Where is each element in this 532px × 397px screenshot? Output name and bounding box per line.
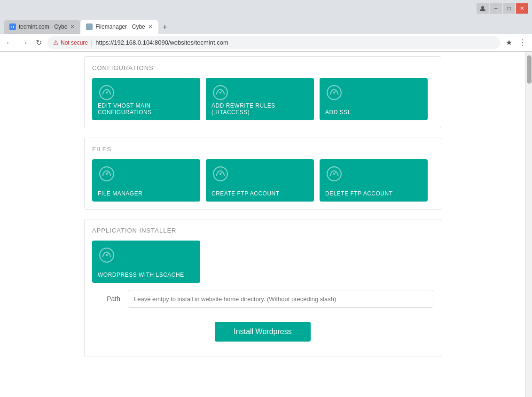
address-url: https://192.168.0.104:8090/websites/tecm… [95,39,228,46]
file-manager-label: FILE MANAGER [98,190,195,197]
file-manager-icon [99,166,115,184]
address-right: ★ ⋮ [504,36,528,49]
scrollbar-thumb[interactable] [527,55,532,84]
svg-line-6 [220,91,222,93]
path-input[interactable] [128,290,433,308]
tabs-bar: U tecmint.com - Cybe ✕ Filemanager - Cyb… [0,17,532,34]
address-field[interactable]: ⚠ Not secure | https://192.168.0.104:809… [47,36,500,49]
install-row: Install Wordpress [92,314,433,349]
tab-1[interactable]: U tecmint.com - Cybe ✕ [4,20,80,34]
create-ftp-card[interactable]: CREATE FTP ACCOUNT [206,159,314,202]
back-button[interactable]: ← [4,37,15,49]
bookmark-button[interactable]: ★ [504,36,514,49]
reload-button[interactable]: ↻ [34,36,44,49]
wordpress-lscache-card[interactable]: WORDPRESS WITH LSCACHE [92,241,200,283]
files-section: FILES FILE MANAGER [84,138,441,210]
page-content: CONFIGURATIONS EDIT VHOST MAIN CONFIGURA… [0,52,525,397]
app-installer-title: APPLICATION INSTALLER [92,227,433,234]
main-content: CONFIGURATIONS EDIT VHOST MAIN CONFIGURA… [75,52,451,376]
add-ssl-label: ADD SSL [325,109,422,116]
path-row: Path [92,283,433,314]
files-title: FILES [92,146,433,153]
add-ssl-card[interactable]: ADD SSL [320,78,428,120]
configurations-section: CONFIGURATIONS EDIT VHOST MAIN CONFIGURA… [84,56,441,128]
add-ssl-icon [326,85,342,102]
edit-vhost-card[interactable]: EDIT VHOST MAIN CONFIGURATIONS [92,78,200,120]
window-controls[interactable]: – □ ✕ [477,3,528,14]
svg-line-12 [107,172,109,174]
app-installer-cards: WORDPRESS WITH LSCACHE [92,241,433,283]
add-rewrite-icon [212,85,228,102]
svg-line-18 [334,172,336,174]
svg-line-3 [107,91,109,93]
delete-ftp-label: DELETE FTP ACCOUNT [325,190,422,197]
profile-btn[interactable] [477,3,489,14]
page-wrapper: CONFIGURATIONS EDIT VHOST MAIN CONFIGURA… [0,52,532,397]
address-divider: | [91,39,93,47]
warning-icon: ⚠ [53,39,59,46]
files-cards: FILE MANAGER CREATE FTP ACCOUNT [92,159,433,202]
title-bar: – □ ✕ [0,0,532,17]
path-label: Path [92,295,120,303]
edit-vhost-label: EDIT VHOST MAIN CONFIGURATIONS [98,102,195,116]
address-bar: ← → ↻ ⚠ Not secure | https://192.168.0.1… [0,34,532,52]
close-btn[interactable]: ✕ [516,3,528,14]
menu-button[interactable]: ⋮ [517,36,528,49]
tab-2-close[interactable]: ✕ [148,23,153,30]
add-rewrite-label: ADD REWRITE RULES (.HTACCESS) [211,102,308,116]
wordpress-lscache-label: WORDPRESS WITH LSCACHE [98,272,195,278]
configurations-title: CONFIGURATIONS [92,64,433,71]
tab-1-title: tecmint.com - Cybe [19,23,67,30]
file-manager-card[interactable]: FILE MANAGER [92,159,200,202]
tab-2[interactable]: Filemanager - Cybe ✕ [80,20,158,34]
tab-1-close[interactable]: ✕ [70,23,75,30]
maximize-btn[interactable]: □ [503,3,515,14]
new-tab-button[interactable]: + [158,21,172,34]
tab-2-favicon [86,23,93,30]
forward-button[interactable]: → [19,37,30,49]
create-ftp-label: CREATE FTP ACCOUNT [211,190,308,197]
svg-line-9 [334,91,336,93]
scrollbar-track[interactable] [525,52,532,397]
tab-2-title: Filemanager - Cybe [95,23,145,30]
configurations-cards: EDIT VHOST MAIN CONFIGURATIONS ADD REWRI… [92,78,433,120]
edit-vhost-icon [99,85,115,102]
wordpress-icon [99,247,115,265]
security-warning: ⚠ Not secure [53,39,88,46]
app-installer-section: APPLICATION INSTALLER WORDPRESS WITH LSC… [84,219,441,357]
delete-ftp-card[interactable]: DELETE FTP ACCOUNT [320,159,428,202]
create-ftp-icon [212,166,228,184]
security-label: Not secure [61,39,88,46]
tab-1-favicon: U [9,23,16,30]
delete-ftp-icon [326,166,342,184]
svg-line-21 [107,253,109,255]
install-wordpress-button[interactable]: Install Wordpress [215,322,310,342]
minimize-btn[interactable]: – [490,3,502,14]
add-rewrite-card[interactable]: ADD REWRITE RULES (.HTACCESS) [206,78,314,120]
svg-line-15 [220,172,222,174]
